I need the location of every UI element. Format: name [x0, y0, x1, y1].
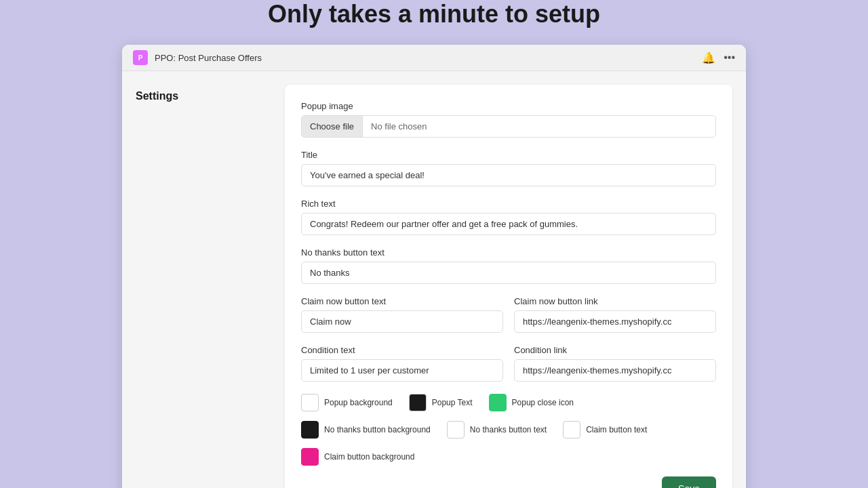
choose-file-button[interactable]: Choose file [302, 116, 363, 137]
no-thanks-input[interactable] [301, 262, 716, 284]
no-thanks-bg-swatch-item: No thanks button background [301, 421, 431, 439]
more-icon[interactable]: ••• [724, 52, 735, 64]
sidebar-title: Settings [136, 85, 285, 108]
sidebar: Settings [136, 85, 285, 488]
popup-background-swatch-item: Popup background [301, 394, 393, 411]
claim-button-text-swatch[interactable] [563, 421, 580, 439]
popup-text-swatch-item: Popup Text [409, 394, 473, 411]
claim-button-bg-swatch-item: Claim button background [301, 448, 414, 466]
claim-now-input[interactable] [301, 310, 503, 333]
main-panel: Popup image Choose file No file chosen T… [285, 85, 732, 488]
claim-row: Claim now button text Claim now button l… [301, 296, 716, 345]
color-row-1: Popup background Popup Text Popup close … [301, 394, 716, 411]
browser-window: P PPO: Post Purchase Offers 🔔 ••• Settin… [122, 45, 746, 488]
condition-link-input[interactable] [514, 359, 716, 382]
title-input[interactable] [301, 164, 716, 186]
popup-close-icon-swatch-item: Popup close icon [489, 394, 574, 411]
rich-text-field: Rich text [301, 199, 716, 235]
claim-button-bg-label: Claim button background [324, 452, 414, 462]
no-thanks-bg-label: No thanks button background [324, 425, 431, 434]
title-field: Title [301, 150, 716, 186]
popup-text-label: Popup Text [432, 398, 473, 407]
popup-background-swatch[interactable] [301, 394, 319, 411]
color-row-2: No thanks button background No thanks bu… [301, 421, 716, 439]
no-thanks-field: No thanks button text [301, 247, 716, 284]
popup-image-label: Popup image [301, 101, 716, 111]
file-name-display: No file chosen [363, 116, 715, 137]
condition-text-label: Condition text [301, 345, 503, 355]
browser-app-name: PPO: Post Purchase Offers [155, 53, 262, 63]
popup-image-field: Popup image Choose file No file chosen [301, 101, 716, 138]
popup-text-swatch[interactable] [409, 394, 427, 411]
popup-background-label: Popup background [324, 398, 393, 407]
popup-close-icon-swatch[interactable] [489, 394, 507, 411]
claim-now-label: Claim now button text [301, 296, 503, 306]
claim-button-text-swatch-item: Claim button text [563, 421, 647, 439]
no-thanks-text-swatch-item: No thanks button text [447, 421, 547, 439]
browser-bar-right: 🔔 ••• [702, 52, 735, 64]
condition-link-field: Condition link [514, 345, 716, 382]
claim-now-field: Claim now button text [301, 296, 503, 333]
bell-icon[interactable]: 🔔 [702, 52, 715, 64]
browser-bar-left: P PPO: Post Purchase Offers [133, 50, 262, 65]
browser-bar: P PPO: Post Purchase Offers 🔔 ••• [122, 45, 746, 71]
no-thanks-bg-swatch[interactable] [301, 421, 319, 439]
claim-link-label: Claim now button link [514, 296, 716, 306]
page-title: Only takes a minute to setup [268, 0, 600, 28]
app-logo: P [133, 50, 148, 65]
no-thanks-text-swatch[interactable] [447, 421, 465, 439]
no-thanks-label: No thanks button text [301, 247, 716, 258]
claim-link-input[interactable] [514, 310, 716, 333]
claim-button-text-label: Claim button text [586, 425, 647, 434]
color-row-3: Claim button background [301, 448, 716, 466]
content-area: Settings Popup image Choose file No file… [122, 71, 746, 488]
condition-link-label: Condition link [514, 345, 716, 355]
condition-text-input[interactable] [301, 359, 503, 382]
rich-text-label: Rich text [301, 199, 716, 209]
claim-link-field: Claim now button link [514, 296, 716, 333]
save-row: Save [301, 476, 716, 488]
no-thanks-text-label: No thanks button text [470, 425, 547, 434]
condition-text-field: Condition text [301, 345, 503, 382]
rich-text-input[interactable] [301, 213, 716, 235]
save-button[interactable]: Save [662, 476, 716, 488]
condition-row: Condition text Condition link [301, 345, 716, 394]
popup-close-icon-label: Popup close icon [512, 398, 574, 407]
claim-button-bg-swatch[interactable] [301, 448, 319, 466]
file-input-row: Choose file No file chosen [301, 115, 716, 138]
title-label: Title [301, 150, 716, 160]
